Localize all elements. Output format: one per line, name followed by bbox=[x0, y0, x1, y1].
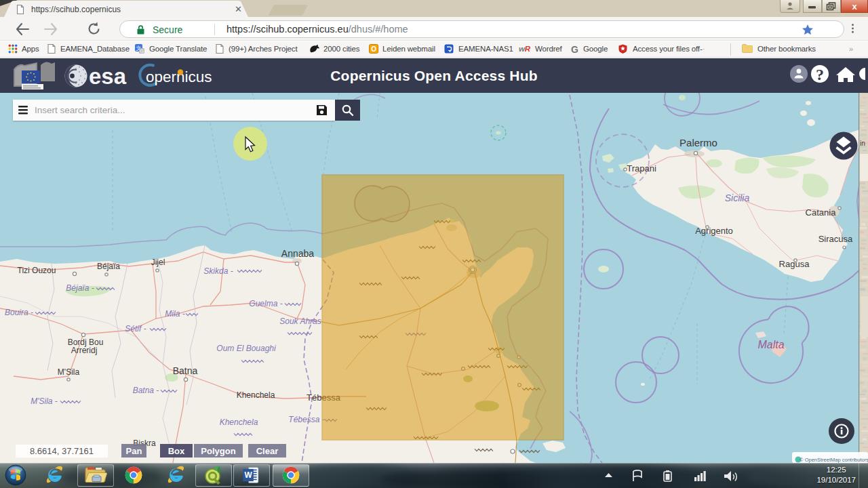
svg-text:Annaba: Annaba bbox=[281, 248, 314, 259]
svg-text:Béjaïa: Béjaïa bbox=[97, 262, 120, 271]
svg-text:Béjaïa -: Béjaïa - bbox=[66, 283, 94, 293]
svg-text:?: ? bbox=[816, 66, 824, 83]
svg-text:Khenchela: Khenchela bbox=[237, 390, 275, 400]
svg-text:esa: esa bbox=[89, 64, 127, 89]
svg-text:Mila -: Mila - bbox=[165, 309, 184, 319]
svg-text:G: G bbox=[140, 48, 144, 54]
svg-text:Catania: Catania bbox=[806, 207, 837, 218]
svg-text:8.6614, 37.7161: 8.6614, 37.7161 bbox=[30, 446, 94, 456]
svg-text:Malta: Malta bbox=[757, 339, 784, 350]
svg-text:Khenchela: Khenchela bbox=[220, 418, 258, 427]
svg-text:Palermo: Palermo bbox=[679, 137, 717, 148]
svg-text:M'Sila -: M'Sila - bbox=[31, 396, 58, 406]
svg-text:Polygon: Polygon bbox=[201, 446, 235, 456]
svg-text:Tizi Ouzou: Tizi Ouzou bbox=[18, 266, 56, 275]
svg-text:in: in bbox=[860, 140, 865, 147]
svg-text:M'Sila: M'Sila bbox=[58, 367, 80, 377]
svg-text:Bouira -: Bouira - bbox=[5, 308, 33, 317]
svg-text:Agrigento: Agrigento bbox=[695, 226, 733, 236]
svg-text:Skikda -: Skikda - bbox=[203, 266, 233, 276]
svg-text:Tébessa -: Tébessa - bbox=[288, 415, 324, 424]
svg-text:Souk Ahras: Souk Ahras bbox=[279, 317, 321, 326]
svg-text:Box: Box bbox=[168, 446, 185, 456]
svg-text:Oum El Bouaghi: Oum El Bouaghi bbox=[216, 344, 276, 353]
svg-text:Pan: Pan bbox=[126, 446, 142, 456]
svg-text:W: W bbox=[244, 470, 252, 480]
svg-text:Sicilia: Sicilia bbox=[725, 192, 750, 203]
svg-text:Guelma -: Guelma - bbox=[249, 299, 282, 308]
svg-text:O: O bbox=[371, 45, 376, 53]
svg-text:Trapani: Trapani bbox=[627, 163, 656, 174]
svg-text:Jijel: Jijel bbox=[151, 258, 165, 267]
svg-text:Arreridj: Arreridj bbox=[71, 346, 98, 355]
svg-text:x: x bbox=[852, 1, 857, 12]
svg-text:Clear: Clear bbox=[256, 446, 279, 456]
svg-text:Sétif -: Sétif - bbox=[125, 324, 146, 333]
svg-text:© OpenStreetMap contributors: © OpenStreetMap contributors bbox=[800, 457, 868, 463]
svg-text:Batna: Batna bbox=[173, 365, 198, 376]
svg-text:Batna -: Batna - bbox=[133, 386, 159, 395]
svg-text:Siracusa: Siracusa bbox=[818, 234, 853, 244]
